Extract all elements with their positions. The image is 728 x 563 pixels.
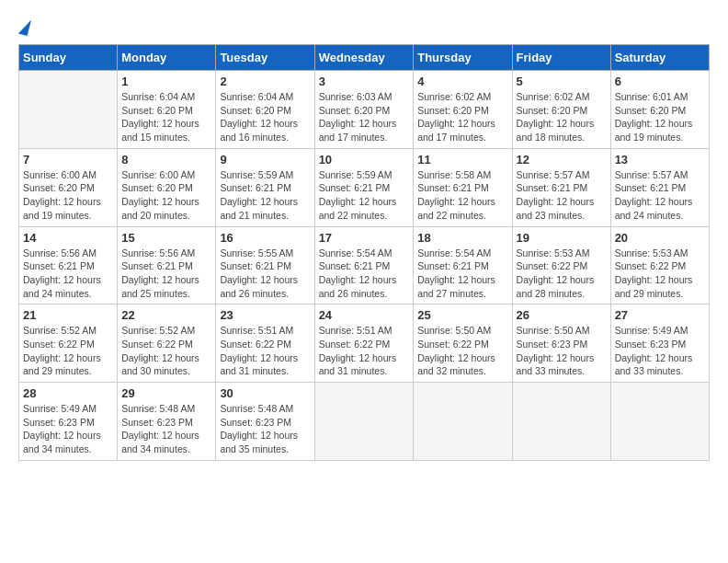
calendar-cell: 24Sunrise: 5:51 AM Sunset: 6:22 PM Dayli… [314, 304, 414, 383]
day-info: Sunrise: 5:53 AM Sunset: 6:22 PM Dayligh… [517, 247, 607, 301]
weekday-header-friday: Friday [512, 45, 610, 71]
day-info: Sunrise: 5:50 AM Sunset: 6:23 PM Dayligh… [517, 324, 607, 378]
day-info: Sunrise: 5:58 AM Sunset: 6:21 PM Dayligh… [417, 168, 507, 223]
calendar-table: SundayMondayTuesdayWednesdayThursdayFrid… [18, 44, 710, 461]
calendar-cell: 10Sunrise: 5:59 AM Sunset: 6:21 PM Dayli… [314, 148, 414, 226]
day-info: Sunrise: 5:59 AM Sunset: 6:21 PM Dayligh… [319, 168, 410, 223]
day-info: Sunrise: 5:56 AM Sunset: 6:21 PM Dayligh… [121, 247, 211, 301]
day-info: Sunrise: 6:01 AM Sunset: 6:20 PM Dayligh… [615, 90, 705, 144]
calendar-cell: 17Sunrise: 5:54 AM Sunset: 6:21 PM Dayli… [314, 226, 414, 304]
day-number: 17 [319, 231, 410, 245]
calendar-cell: 18Sunrise: 5:54 AM Sunset: 6:21 PM Dayli… [414, 226, 512, 304]
day-info: Sunrise: 5:48 AM Sunset: 6:23 PM Dayligh… [121, 402, 211, 456]
calendar-cell: 4Sunrise: 6:02 AM Sunset: 6:20 PM Daylig… [414, 71, 512, 149]
day-number: 4 [417, 75, 507, 88]
calendar-cell: 25Sunrise: 5:50 AM Sunset: 6:22 PM Dayli… [414, 304, 512, 383]
day-number: 21 [23, 308, 113, 322]
calendar-cell: 26Sunrise: 5:50 AM Sunset: 6:23 PM Dayli… [512, 304, 610, 383]
day-info: Sunrise: 6:02 AM Sunset: 6:20 PM Dayligh… [417, 90, 507, 144]
calendar-cell: 9Sunrise: 5:59 AM Sunset: 6:21 PM Daylig… [216, 148, 314, 226]
weekday-header-thursday: Thursday [414, 45, 512, 71]
day-info: Sunrise: 6:02 AM Sunset: 6:20 PM Dayligh… [517, 90, 607, 144]
day-info: Sunrise: 5:49 AM Sunset: 6:23 PM Dayligh… [615, 324, 705, 378]
day-number: 25 [417, 308, 507, 322]
day-info: Sunrise: 5:54 AM Sunset: 6:21 PM Dayligh… [319, 247, 410, 301]
calendar-cell [512, 383, 610, 461]
calendar-cell: 29Sunrise: 5:48 AM Sunset: 6:23 PM Dayli… [118, 383, 216, 461]
calendar-cell [314, 383, 414, 461]
calendar-cell: 16Sunrise: 5:55 AM Sunset: 6:21 PM Dayli… [216, 226, 314, 304]
calendar-cell: 20Sunrise: 5:53 AM Sunset: 6:22 PM Dayli… [610, 226, 709, 304]
day-info: Sunrise: 6:04 AM Sunset: 6:20 PM Dayligh… [121, 90, 211, 144]
day-info: Sunrise: 5:51 AM Sunset: 6:22 PM Dayligh… [220, 324, 310, 378]
day-number: 14 [23, 231, 113, 245]
day-info: Sunrise: 5:52 AM Sunset: 6:22 PM Dayligh… [23, 324, 113, 378]
calendar-week-row: 1Sunrise: 6:04 AM Sunset: 6:20 PM Daylig… [19, 71, 710, 149]
calendar-cell: 3Sunrise: 6:03 AM Sunset: 6:20 PM Daylig… [314, 71, 414, 149]
calendar-cell [414, 383, 512, 461]
day-number: 1 [121, 75, 211, 88]
day-info: Sunrise: 5:54 AM Sunset: 6:21 PM Dayligh… [417, 247, 507, 301]
day-number: 18 [417, 231, 507, 245]
day-info: Sunrise: 5:53 AM Sunset: 6:22 PM Dayligh… [615, 247, 705, 301]
calendar-cell: 30Sunrise: 5:48 AM Sunset: 6:23 PM Dayli… [216, 383, 314, 461]
day-number: 12 [517, 153, 607, 167]
weekday-header-sunday: Sunday [19, 45, 118, 71]
calendar-cell: 7Sunrise: 6:00 AM Sunset: 6:20 PM Daylig… [19, 148, 118, 226]
day-number: 3 [319, 75, 410, 88]
day-number: 6 [615, 75, 705, 88]
day-number: 11 [417, 153, 507, 167]
calendar-week-row: 7Sunrise: 6:00 AM Sunset: 6:20 PM Daylig… [19, 148, 710, 226]
day-number: 23 [220, 308, 310, 322]
day-number: 7 [23, 153, 113, 167]
day-number: 19 [517, 231, 607, 245]
calendar-cell: 15Sunrise: 5:56 AM Sunset: 6:21 PM Dayli… [118, 226, 216, 304]
day-info: Sunrise: 5:48 AM Sunset: 6:23 PM Dayligh… [220, 402, 310, 456]
day-number: 5 [517, 75, 607, 88]
day-info: Sunrise: 6:00 AM Sunset: 6:20 PM Dayligh… [23, 168, 113, 223]
calendar-cell: 27Sunrise: 5:49 AM Sunset: 6:23 PM Dayli… [610, 304, 709, 383]
day-info: Sunrise: 5:55 AM Sunset: 6:21 PM Dayligh… [220, 247, 310, 301]
calendar-cell: 2Sunrise: 6:04 AM Sunset: 6:20 PM Daylig… [216, 71, 314, 149]
calendar-cell: 1Sunrise: 6:04 AM Sunset: 6:20 PM Daylig… [118, 71, 216, 149]
day-info: Sunrise: 5:59 AM Sunset: 6:21 PM Dayligh… [220, 168, 310, 223]
calendar-cell [610, 383, 709, 461]
day-info: Sunrise: 5:56 AM Sunset: 6:21 PM Dayligh… [23, 247, 113, 301]
calendar-week-row: 28Sunrise: 5:49 AM Sunset: 6:23 PM Dayli… [19, 383, 710, 461]
day-number: 15 [121, 231, 211, 245]
weekday-header-tuesday: Tuesday [216, 45, 314, 71]
day-number: 13 [615, 153, 705, 167]
day-info: Sunrise: 5:57 AM Sunset: 6:21 PM Dayligh… [517, 168, 607, 223]
logo [18, 18, 29, 35]
day-number: 26 [517, 308, 607, 322]
weekday-header-wednesday: Wednesday [314, 45, 414, 71]
day-number: 20 [615, 231, 705, 245]
weekday-header-monday: Monday [118, 45, 216, 71]
logo-icon [18, 17, 31, 36]
day-number: 27 [615, 308, 705, 322]
calendar-cell: 21Sunrise: 5:52 AM Sunset: 6:22 PM Dayli… [19, 304, 118, 383]
day-number: 22 [121, 308, 211, 322]
day-number: 30 [220, 386, 310, 400]
calendar-cell: 13Sunrise: 5:57 AM Sunset: 6:21 PM Dayli… [610, 148, 709, 226]
page-header [18, 18, 710, 35]
weekday-header-saturday: Saturday [610, 45, 709, 71]
calendar-cell: 28Sunrise: 5:49 AM Sunset: 6:23 PM Dayli… [19, 383, 118, 461]
calendar-cell: 5Sunrise: 6:02 AM Sunset: 6:20 PM Daylig… [512, 71, 610, 149]
day-info: Sunrise: 5:50 AM Sunset: 6:22 PM Dayligh… [417, 324, 507, 378]
day-number: 28 [23, 386, 113, 400]
calendar-cell: 14Sunrise: 5:56 AM Sunset: 6:21 PM Dayli… [19, 226, 118, 304]
calendar-cell [19, 71, 118, 149]
day-number: 10 [319, 153, 410, 167]
weekday-header-row: SundayMondayTuesdayWednesdayThursdayFrid… [19, 45, 710, 71]
day-info: Sunrise: 6:03 AM Sunset: 6:20 PM Dayligh… [319, 90, 410, 144]
day-info: Sunrise: 5:57 AM Sunset: 6:21 PM Dayligh… [615, 168, 705, 223]
day-number: 24 [319, 308, 410, 322]
calendar-cell: 23Sunrise: 5:51 AM Sunset: 6:22 PM Dayli… [216, 304, 314, 383]
day-info: Sunrise: 5:52 AM Sunset: 6:22 PM Dayligh… [121, 324, 211, 378]
calendar-cell: 11Sunrise: 5:58 AM Sunset: 6:21 PM Dayli… [414, 148, 512, 226]
day-number: 16 [220, 231, 310, 245]
calendar-cell: 12Sunrise: 5:57 AM Sunset: 6:21 PM Dayli… [512, 148, 610, 226]
calendar-cell: 6Sunrise: 6:01 AM Sunset: 6:20 PM Daylig… [610, 71, 709, 149]
day-info: Sunrise: 5:51 AM Sunset: 6:22 PM Dayligh… [319, 324, 410, 378]
